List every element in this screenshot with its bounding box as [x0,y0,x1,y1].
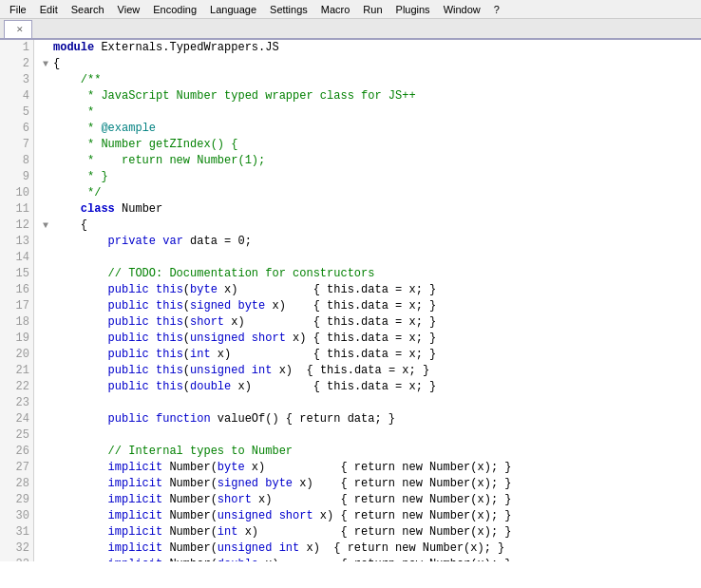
code-line: ▶ implicit Number(short x) { return new … [38,492,701,508]
code-content: * return new Number(1); [53,153,265,169]
code-content: class Number [53,201,162,218]
code-line: ▶ public this(signed byte x) { this.data… [38,298,701,314]
code-content: public this(double x) { this.data = x; } [53,379,436,395]
code-content: * Number getZIndex() { [53,137,237,153]
fold-gutter[interactable]: ▼ [38,218,53,234]
code-line: ▶ [38,427,701,444]
code-content: private var data = 0; [53,234,252,250]
code-content: implicit Number(signed byte x) { return … [53,476,511,492]
code-line: ▶ * } [38,169,701,185]
tab-close-button[interactable]: ✕ [16,25,24,34]
code-line: ▶ * JavaScript Number typed wrapper clas… [38,88,701,104]
code-line: ▶module Externals.TypedWrappers.JS [38,40,701,56]
menu-item-window[interactable]: Window [438,2,486,17]
code-line: ▶ * return new Number(1); [38,153,701,169]
code-line: ▶ public this(unsigned short x) { this.d… [38,331,701,347]
tab-number-jspp[interactable]: ✕ [4,20,32,38]
code-content: implicit Number(short x) { return new Nu… [53,492,512,508]
code-line: ▶ // Internal types to Number [38,444,701,460]
menu-item-file[interactable]: File [4,2,32,17]
code-line: ▶ implicit Number(byte x) { return new N… [38,460,701,476]
code-content: public this(short x) { this.data = x; } [53,314,436,331]
code-content: implicit Number(double x) { return new N… [53,557,512,561]
code-content: public this(unsigned short x) { this.dat… [53,331,436,347]
menu-item-edit[interactable]: Edit [34,2,64,17]
code-content: implicit Number(int x) { return new Numb… [53,524,511,541]
code-area[interactable]: ▶module Externals.TypedWrappers.JS▼{▶ /*… [34,40,701,561]
menu-item-encoding[interactable]: Encoding [147,2,202,17]
code-content: implicit Number(byte x) { return new Num… [53,460,512,476]
code-content: module Externals.TypedWrappers.JS [53,40,279,56]
code-line: ▶ * Number getZIndex() { [38,137,701,153]
code-content: { [53,218,87,234]
code-content: * } [53,169,108,185]
code-line: ▶ implicit Number(signed byte x) { retur… [38,476,701,492]
menu-item-language[interactable]: Language [204,2,262,17]
code-line: ▶ * @example [38,121,701,137]
code-content: * JavaScript Number typed wrapper class … [53,88,416,104]
code-content: * @example [53,121,156,137]
code-line: ▶ */ [38,185,701,201]
code-line: ▶ implicit Number(double x) { return new… [38,557,701,561]
code-line: ▼{ [38,56,701,72]
code-line: ▶ class Number [38,201,701,218]
menubar: FileEditSearchViewEncodingLanguageSettin… [0,0,701,19]
menu-item-macro[interactable]: Macro [315,2,356,17]
code-line: ▶ public this(short x) { this.data = x; … [38,314,701,331]
code-content: public this(int x) { this.data = x; } [53,347,436,363]
line-numbers: 1234567891011121314151617181920212223242… [0,40,34,561]
code-line: ▶ public this(unsigned int x) { this.dat… [38,363,701,379]
code-content: * [53,104,94,121]
code-content: { [53,56,60,72]
code-content: implicit Number(unsigned int x) { return… [53,541,504,557]
menu-item-view[interactable]: View [112,2,146,17]
code-content: // Internal types to Number [53,444,293,460]
code-line: ▶ [38,250,701,266]
code-line: ▶ /** [38,72,701,88]
code-content: /** [53,72,101,88]
editor: 1234567891011121314151617181920212223242… [0,40,701,561]
code-content: public this(unsigned int x) { this.data … [53,363,429,379]
fold-gutter[interactable]: ▼ [38,56,53,72]
code-line: ▶ implicit Number(unsigned short x) { re… [38,508,701,524]
code-content: implicit Number(unsigned short x) { retu… [53,508,512,524]
menu-item-run[interactable]: Run [357,2,388,17]
menu-item-search[interactable]: Search [66,2,110,17]
menu-item-settings[interactable]: Settings [264,2,313,17]
code-line: ▶ public this(byte x) { this.data = x; } [38,282,701,298]
code-content: // TODO: Documentation for constructors [53,266,374,282]
code-content: public function valueOf() { return data;… [53,411,395,427]
code-content: public this(byte x) { this.data = x; } [53,282,436,298]
code-line: ▶ private var data = 0; [38,234,701,250]
code-line: ▼ { [38,218,701,234]
code-line: ▶ [38,395,701,411]
code-line: ▶ // TODO: Documentation for constructor… [38,266,701,282]
code-line: ▶ implicit Number(unsigned int x) { retu… [38,541,701,557]
code-content: public this(signed byte x) { this.data =… [53,298,436,314]
menu-item-?[interactable]: ? [488,2,505,17]
code-content: */ [53,185,101,201]
code-line: ▶ public this(int x) { this.data = x; } [38,347,701,363]
code-line: ▶ implicit Number(int x) { return new Nu… [38,524,701,541]
tabbar: ✕ [0,19,701,40]
code-line: ▶ public function valueOf() { return dat… [38,411,701,427]
menu-item-plugins[interactable]: Plugins [390,2,436,17]
code-line: ▶ public this(double x) { this.data = x;… [38,379,701,395]
code-line: ▶ * [38,104,701,121]
